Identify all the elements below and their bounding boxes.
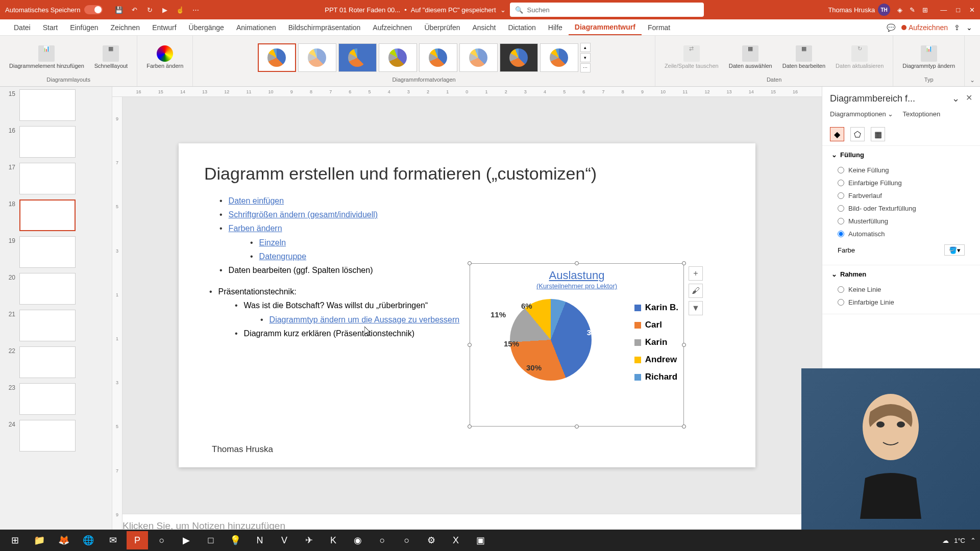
slide-title[interactable]: Diagramm erstellen und formatieren („cus… xyxy=(204,164,730,184)
tray-chevron-icon[interactable]: ⌃ xyxy=(970,537,976,544)
chart-title[interactable]: Auslastung xyxy=(470,264,683,282)
chrome-icon[interactable]: 🌐 xyxy=(78,531,99,549)
tab-überprüfen[interactable]: Überprüfen xyxy=(418,20,466,35)
window-icon[interactable]: ⊞ xyxy=(922,6,928,14)
quicklayout-button[interactable]: ▦Schnelllayout xyxy=(90,43,132,71)
radio-solid-fill[interactable]: Einfarbige Füllung xyxy=(831,177,971,189)
maximize-icon[interactable]: □ xyxy=(956,6,960,14)
search-box[interactable]: 🔍 Suchen xyxy=(510,3,704,17)
radio-gradient-fill[interactable]: Farbverlauf xyxy=(831,189,971,202)
thumb-slide-20[interactable]: 20 xyxy=(5,273,107,305)
autosave-toggle[interactable]: Automatisches Speichern xyxy=(5,5,103,14)
app-icon[interactable]: ▣ xyxy=(470,531,491,549)
slideshow-icon[interactable]: ▶ xyxy=(160,5,169,14)
thumb-slide-18[interactable]: 18 xyxy=(5,199,107,231)
chart-filter-icon[interactable]: ▼ xyxy=(689,301,703,315)
radio-solid-line[interactable]: Einfarbige Linie xyxy=(831,296,971,309)
color-picker-button[interactable]: 🪣▾ xyxy=(944,244,965,256)
close-icon[interactable]: ✕ xyxy=(966,93,972,104)
colors-button[interactable]: Farben ändern xyxy=(142,43,187,71)
tab-datei[interactable]: Datei xyxy=(8,20,37,35)
tab-chart-options[interactable]: Diagrammoptionen ⌄ xyxy=(830,110,893,118)
radio-pattern-fill[interactable]: Musterfüllung xyxy=(831,215,971,228)
thumb-slide-24[interactable]: 24 xyxy=(5,420,107,452)
powerpoint-icon[interactable]: P xyxy=(127,531,148,549)
start-icon[interactable]: ⊞ xyxy=(4,531,26,549)
tab-diagrammentwurf[interactable]: Diagrammentwurf xyxy=(569,20,642,35)
tab-übergänge[interactable]: Übergänge xyxy=(183,20,230,35)
fill-section[interactable]: ⌄ Füllung xyxy=(831,151,971,159)
tab-dictation[interactable]: Dictation xyxy=(502,20,542,35)
firefox-icon[interactable]: 🦊 xyxy=(53,531,75,549)
slide-thumbnails[interactable]: 15161718192021222324 xyxy=(0,87,112,537)
slide-canvas[interactable]: Diagramm erstellen und formatieren („cus… xyxy=(179,143,755,467)
effects-icon[interactable]: ⬠ xyxy=(850,127,865,141)
app-icon[interactable]: ○ xyxy=(396,531,418,549)
app-icon[interactable]: V xyxy=(274,531,295,549)
thumb-slide-19[interactable]: 19 xyxy=(5,236,107,268)
thumb-slide-17[interactable]: 17 xyxy=(5,163,107,194)
legend-item[interactable]: Richard xyxy=(634,372,678,382)
user-account[interactable]: Thomas Hruska TH xyxy=(828,4,890,16)
change-type-button[interactable]: 📊Diagrammtyp ändern xyxy=(898,43,959,71)
thumb-slide-15[interactable]: 15 xyxy=(5,89,107,121)
onenote-icon[interactable]: N xyxy=(249,531,271,549)
legend-item[interactable]: Karin xyxy=(634,337,678,347)
chevron-down-icon[interactable]: ⌄ xyxy=(952,93,960,104)
thumb-slide-23[interactable]: 23 xyxy=(5,383,107,415)
chart-subtitle[interactable]: (Kursteilnehmer pro Lektor) xyxy=(470,282,683,290)
chart-plus-icon[interactable]: + xyxy=(689,266,703,281)
diamond-icon[interactable]: ◈ xyxy=(897,6,902,14)
minimize-icon[interactable]: — xyxy=(940,6,947,14)
tab-hilfe[interactable]: Hilfe xyxy=(542,20,569,35)
chevron-down-icon[interactable]: ⌄ xyxy=(500,6,506,14)
filename[interactable]: PPT 01 Roter Faden 00... xyxy=(325,6,400,14)
size-icon[interactable]: ▦ xyxy=(871,127,885,141)
excel-icon[interactable]: X xyxy=(445,531,467,549)
explorer-icon[interactable]: 📁 xyxy=(29,531,50,549)
border-section[interactable]: ⌄ Rahmen xyxy=(831,270,971,278)
radio-no-line[interactable]: Keine Linie xyxy=(831,283,971,296)
legend-item[interactable]: Karin B. xyxy=(634,303,678,313)
pen-icon[interactable]: ✎ xyxy=(910,6,915,14)
chart-brush-icon[interactable]: 🖌 xyxy=(689,284,703,298)
save-icon[interactable]: 💾 xyxy=(114,5,124,14)
gallery-up-icon[interactable]: ▴ xyxy=(580,43,591,52)
thumb-slide-22[interactable]: 22 xyxy=(5,346,107,378)
tab-zeichnen[interactable]: Zeichnen xyxy=(105,20,146,35)
slide-author[interactable]: Thomas Hruska xyxy=(212,444,273,455)
more-icon[interactable]: ⋯ xyxy=(191,5,200,14)
thumb-slide-16[interactable]: 16 xyxy=(5,126,107,158)
add-element-button[interactable]: 📊Diagrammelement hinzufügen xyxy=(5,43,88,71)
radio-texture-fill[interactable]: Bild- oder Texturfüllung xyxy=(831,202,971,215)
thumb-slide-21[interactable]: 21 xyxy=(5,310,107,341)
weather-icon[interactable]: ☁ xyxy=(942,537,949,544)
fill-line-icon[interactable]: ◆ xyxy=(830,127,844,141)
edit-data-button[interactable]: ▦Daten bearbeiten xyxy=(778,43,829,71)
app-icon[interactable]: 💡 xyxy=(225,531,246,549)
tab-aufzeichnen[interactable]: Aufzeichnen xyxy=(366,20,418,35)
chart-object[interactable]: + 🖌 ▼ Auslastung (Kursteilnehmer pro Lek… xyxy=(470,263,684,427)
share-icon[interactable]: ⇪ xyxy=(954,23,960,32)
pie-chart[interactable] xyxy=(510,299,592,381)
comments-icon[interactable]: 💬 xyxy=(887,23,895,32)
tab-ansicht[interactable]: Ansicht xyxy=(466,20,502,35)
tab-animationen[interactable]: Animationen xyxy=(230,20,282,35)
gallery-down-icon[interactable]: ▾ xyxy=(580,53,591,62)
obs-icon[interactable]: ◉ xyxy=(347,531,369,549)
chevron-down-icon[interactable]: ⌄ xyxy=(966,23,972,32)
legend-item[interactable]: Andrew xyxy=(634,355,678,365)
chart-legend[interactable]: Karin B.CarlKarinAndrewRichard xyxy=(634,297,678,382)
radio-no-fill[interactable]: Keine Füllung xyxy=(831,164,971,177)
select-data-button[interactable]: ▦Daten auswählen xyxy=(725,43,776,71)
app-icon[interactable]: K xyxy=(323,531,344,549)
gallery-more-icon[interactable]: ⋯ xyxy=(580,63,591,72)
refresh-data-button[interactable]: ↻Daten aktualisieren xyxy=(831,43,888,71)
tab-einfügen[interactable]: Einfügen xyxy=(64,20,104,35)
tab-bildschirmpräsentation[interactable]: Bildschirmpräsentation xyxy=(282,20,367,35)
app-icon[interactable]: ○ xyxy=(151,531,173,549)
close-icon[interactable]: ✕ xyxy=(969,6,975,14)
app-icon[interactable]: ○ xyxy=(372,531,393,549)
app-icon[interactable]: □ xyxy=(200,531,222,549)
redo-icon[interactable]: ↻ xyxy=(145,5,154,14)
